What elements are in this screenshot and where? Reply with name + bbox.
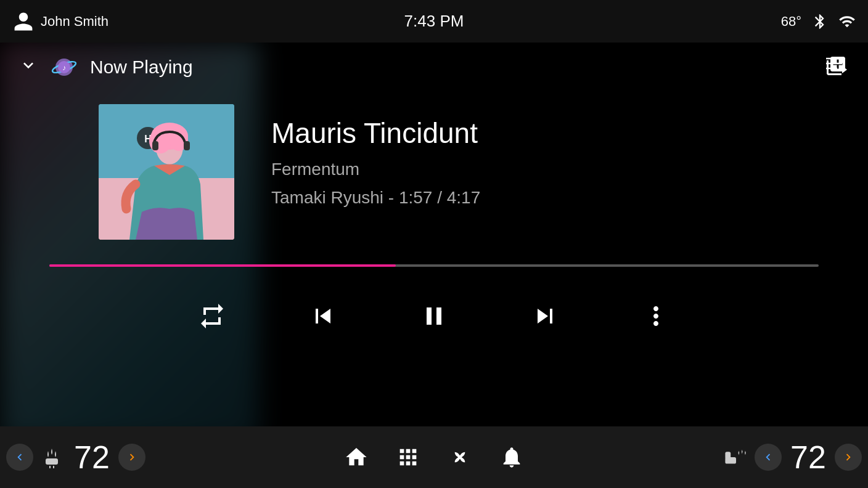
apps-button[interactable]	[395, 444, 422, 471]
header-left: ♪ Now Playing	[18, 54, 193, 81]
queue-button[interactable]	[825, 55, 850, 79]
controls-section	[0, 298, 868, 335]
svg-rect-20	[725, 452, 731, 458]
user-info: John Smith	[12, 10, 108, 33]
track-album: Fermentum	[271, 160, 480, 179]
chevron-down-button[interactable]	[18, 55, 38, 79]
svg-rect-16	[184, 141, 190, 150]
right-heat-icon	[723, 444, 750, 471]
signal-icon	[838, 13, 856, 30]
music-app-icon: ♪	[51, 54, 78, 81]
nav-icons	[343, 444, 525, 471]
bottom-bar: 72	[0, 426, 868, 488]
status-time: 7:43 PM	[404, 12, 464, 31]
now-playing-header: ♪ Now Playing	[0, 43, 868, 92]
right-temp-control: 72	[723, 439, 862, 476]
right-temp-increase[interactable]	[835, 444, 862, 471]
fan-button[interactable]	[446, 444, 473, 471]
left-temp-control: 72	[6, 439, 145, 476]
pause-button[interactable]	[416, 298, 452, 335]
temperature-status: 68°	[781, 14, 801, 30]
left-temp-increase[interactable]	[118, 444, 145, 471]
track-info: Mauris Tincidunt Fermentum Tamaki Ryushi…	[271, 104, 480, 208]
progress-bar-background[interactable]	[49, 264, 819, 267]
progress-section[interactable]	[0, 264, 868, 267]
track-title: Mauris Tincidunt	[271, 116, 480, 150]
right-temp-decrease[interactable]	[755, 444, 782, 471]
next-button[interactable]	[526, 298, 563, 335]
user-name: John Smith	[41, 14, 108, 30]
main-content: ♪ Now Playing	[0, 43, 868, 426]
home-button[interactable]	[343, 444, 370, 471]
album-art: H	[99, 104, 234, 240]
svg-rect-17	[46, 458, 58, 465]
status-right-icons: 68°	[781, 13, 856, 30]
track-section: H	[0, 92, 868, 252]
repeat-button[interactable]	[194, 298, 231, 335]
more-options-button[interactable]	[637, 298, 674, 335]
user-icon	[12, 10, 35, 33]
right-temp-value: 72	[787, 439, 830, 476]
svg-rect-15	[152, 141, 158, 150]
left-temp-decrease[interactable]	[6, 444, 33, 471]
left-temp-value: 72	[70, 439, 113, 476]
status-bar: John Smith 7:43 PM 68°	[0, 0, 868, 43]
progress-bar-fill	[49, 264, 396, 267]
left-heat-icon	[38, 444, 65, 471]
track-artist-time: Tamaki Ryushi - 1:57 / 4:17	[271, 188, 480, 208]
notification-button[interactable]	[498, 444, 525, 471]
previous-button[interactable]	[305, 298, 342, 335]
now-playing-title: Now Playing	[90, 57, 193, 78]
svg-point-18	[458, 455, 462, 460]
svg-text:♪: ♪	[62, 63, 66, 72]
bluetooth-icon	[811, 13, 829, 30]
